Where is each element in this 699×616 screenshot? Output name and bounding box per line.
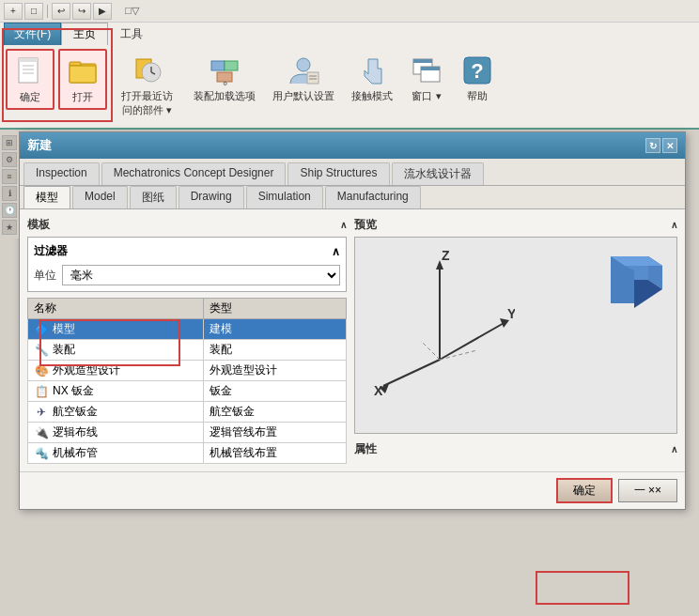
svg-text:Z: Z: [442, 248, 450, 263]
window-button[interactable]: 窗口 ▾: [403, 49, 450, 108]
filter-title: 过滤器 ∧: [34, 243, 340, 259]
tab-mechatronics[interactable]: Mechatronics Concept Designer: [101, 162, 287, 185]
touch-mode-button[interactable]: 接触模式: [345, 49, 399, 108]
filter-box: 过滤器 ∧ 单位 毫米 英寸: [27, 237, 347, 292]
props-chevron: ∧: [671, 444, 677, 454]
tab-simulation[interactable]: Simulation: [246, 186, 323, 208]
dialog-titlebar: 新建 ↻ ✕: [20, 132, 685, 159]
svg-text:?: ?: [471, 59, 483, 83]
tab-model-cn[interactable]: 模型: [23, 186, 70, 208]
sidebar-icon-1[interactable]: ⊞: [2, 135, 17, 150]
sidebar-icon-star[interactable]: ★: [2, 220, 17, 235]
tab-inspection[interactable]: Inspection: [23, 162, 100, 185]
template-type-cell: 装配: [204, 340, 347, 361]
assembly-load-icon: ⚙: [208, 54, 241, 87]
sidebar-icon-gear[interactable]: ⚙: [2, 152, 17, 167]
template-type-cell: 航空钣金: [204, 402, 347, 423]
tab-drawing-cn[interactable]: 图纸: [130, 186, 177, 208]
help-button[interactable]: ? 帮助: [454, 49, 501, 108]
qa-redo[interactable]: ↪: [72, 3, 91, 20]
preview-label: 预览: [354, 217, 377, 233]
cancel-button[interactable]: 一 ××: [618, 479, 677, 502]
template-name-cell: 🎨外观造型设计: [28, 361, 204, 381]
table-row[interactable]: 🔩机械布管机械管线布置: [28, 443, 347, 464]
svg-text:X: X: [374, 383, 383, 397]
ribbon-tab-bar: 文件(F) 主页 工具: [0, 23, 699, 45]
dialog-title-text: 新建: [27, 137, 52, 154]
tab-drawing-en[interactable]: Drawing: [179, 186, 244, 208]
svg-text:⚙: ⚙: [223, 81, 227, 86]
svg-line-36: [440, 350, 477, 360]
template-name-cell: 🔧装配: [28, 340, 204, 361]
tab-home[interactable]: 主页: [61, 23, 108, 45]
new-button[interactable]: 确定: [6, 49, 54, 110]
dialog-close-btn[interactable]: ✕: [662, 138, 677, 153]
svg-rect-21: [413, 59, 432, 63]
svg-text:Y: Y: [507, 306, 515, 321]
template-type-cell: 机械管线布置: [204, 443, 347, 464]
axes-diagram: Z Y X: [365, 247, 515, 397]
qa-run[interactable]: ▶: [93, 3, 112, 20]
window-icon: [410, 54, 443, 87]
new-label: 确定: [20, 90, 40, 104]
template-type-cell: 建模: [204, 319, 347, 340]
filter-chevron[interactable]: ∧: [332, 245, 340, 258]
col-type: 类型: [204, 299, 347, 319]
new-icon: [13, 54, 47, 88]
table-row[interactable]: ✈航空钣金航空钣金: [28, 402, 347, 423]
open-icon: [66, 54, 100, 88]
dialog-refresh-btn[interactable]: ↻: [645, 138, 660, 153]
template-name-cell: ✈航空钣金: [28, 402, 204, 423]
dialog-tab-bar: Inspection Mechatronics Concept Designer…: [20, 159, 685, 186]
touch-mode-icon: [355, 54, 389, 87]
qa-new-btn[interactable]: +: [4, 3, 23, 20]
table-row[interactable]: 🔷模型建模: [28, 319, 347, 340]
open-button[interactable]: 打开: [58, 49, 107, 110]
preview-panel: 预览 ∧ Z Y: [354, 217, 677, 464]
user-defaults-icon: [287, 54, 320, 87]
template-name-cell: 🔌逻辑布线: [28, 423, 204, 443]
help-icon: ?: [460, 54, 494, 87]
tab-manufacturing[interactable]: Manufacturing: [325, 186, 421, 208]
tab-model-en[interactable]: Model: [72, 186, 128, 208]
tab-file[interactable]: 文件(F): [4, 23, 61, 45]
sidebar-icon-layers[interactable]: ≡: [2, 169, 17, 184]
col-name: 名称: [28, 299, 204, 319]
recent-button[interactable]: 打开最近访问的部件 ▾: [115, 49, 179, 122]
filter-row: 单位 毫米 英寸: [34, 265, 340, 285]
assembly-load-button[interactable]: ⚙ 装配加载选项: [187, 49, 262, 108]
qa-btn-2[interactable]: □: [24, 3, 43, 20]
props-header[interactable]: 属性 ∧: [354, 441, 677, 457]
template-section-header[interactable]: 模板 ∧: [27, 217, 347, 233]
svg-line-37: [421, 341, 440, 360]
tab-ship-structures[interactable]: Ship Structures: [287, 162, 389, 185]
user-defaults-button[interactable]: 用户默认设置: [266, 49, 341, 108]
template-chevron: ∧: [340, 220, 347, 230]
svg-rect-7: [70, 66, 96, 83]
dialog-title-buttons: ↻ ✕: [645, 138, 677, 153]
confirm-button[interactable]: 确定: [556, 478, 613, 503]
dialog-tab-bar-2: 模型 Model 图纸 Drawing Simulation Manufactu…: [20, 186, 685, 209]
table-row[interactable]: 🎨外观造型设计外观造型设计: [28, 361, 347, 381]
tab-flow-designer[interactable]: 流水线设计器: [392, 162, 484, 185]
preview-header[interactable]: 预览 ∧: [354, 217, 677, 233]
sidebar-icon-info[interactable]: ℹ: [2, 186, 17, 201]
svg-rect-6: [70, 62, 81, 66]
unit-select[interactable]: 毫米 英寸: [62, 265, 340, 285]
svg-line-32: [383, 360, 440, 386]
highlight-confirm-btn: [536, 571, 629, 605]
template-name-cell: 🔷模型: [28, 319, 204, 340]
user-defaults-label: 用户默认设置: [272, 89, 334, 103]
svg-rect-13: [225, 61, 238, 70]
table-row[interactable]: 🔌逻辑布线逻辑管线布置: [28, 423, 347, 443]
template-type-cell: 逻辑管线布置: [204, 423, 347, 443]
dialog-footer: 确定 一 ××: [20, 471, 685, 509]
table-row[interactable]: 🔧装配装配: [28, 340, 347, 361]
template-name-cell: 📋NX 钣金: [28, 381, 204, 402]
table-row[interactable]: 📋NX 钣金钣金: [28, 381, 347, 402]
left-sidebar: ⊞ ⚙ ≡ ℹ 🕐 ★: [0, 131, 19, 239]
svg-point-16: [297, 58, 310, 71]
sidebar-icon-clock[interactable]: 🕐: [2, 203, 17, 218]
tab-tools[interactable]: 工具: [108, 23, 155, 45]
qa-undo[interactable]: ↩: [52, 3, 70, 20]
